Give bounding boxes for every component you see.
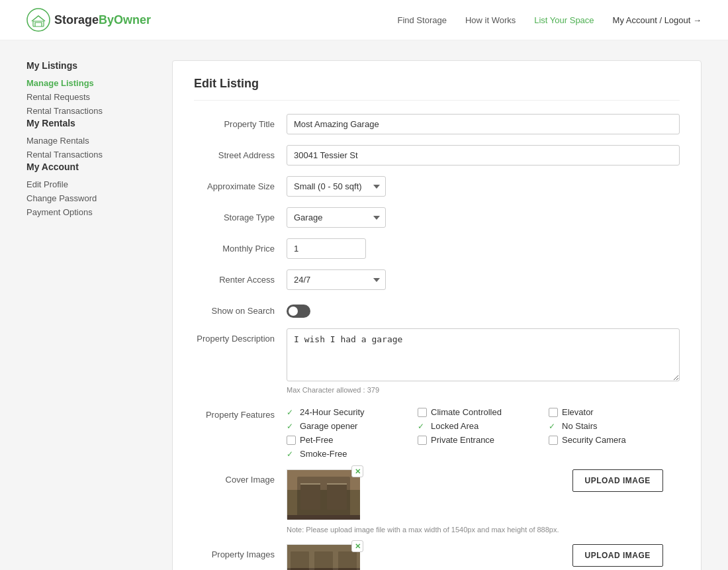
feature-check-locked-area: ✓ [418, 422, 427, 431]
svg-rect-6 [327, 483, 347, 510]
feature-checkbox-elevator[interactable] [549, 408, 558, 417]
property-features-wrap: ✓ 24-Hour Security Climate Controlled El… [287, 404, 680, 459]
logo: StorageByOwner [26, 8, 151, 32]
approx-size-wrap: Small (0 - 50 sqft) [287, 176, 680, 197]
property-images-thumb-area: ✕ Note: Please upload image file with a … [287, 544, 559, 570]
feature-checkbox-private-entrance[interactable] [418, 436, 427, 445]
street-address-wrap [287, 145, 680, 166]
cover-image-thumb-wrap: ✕ [287, 469, 359, 519]
feature-check-garage-opener: ✓ [287, 422, 296, 431]
sidebar-item-rental-transactions-listings[interactable]: Rental Transactions [26, 104, 146, 118]
property-title-wrap [287, 114, 680, 134]
feature-elevator: Elevator [549, 407, 680, 417]
sidebar-item-rental-requests[interactable]: Rental Requests [26, 90, 146, 104]
monthly-price-label: Monthly Price [194, 238, 287, 254]
feature-label-no-stairs: No Stairs [562, 421, 597, 431]
street-address-label: Street Address [194, 145, 287, 160]
cover-image-svg [287, 470, 360, 520]
main-content: Edit Listing Property Title Street Addre… [172, 60, 702, 570]
svg-rect-14 [338, 551, 357, 570]
cover-image-upload-button[interactable]: UPLOAD IMAGE [572, 469, 663, 492]
feature-check-smoke-free: ✓ [287, 450, 296, 459]
property-description-wrap: I wish I had a garage Max Character allo… [287, 328, 680, 394]
svg-rect-7 [300, 483, 320, 485]
cover-image-thumb [287, 469, 359, 519]
sidebar-section-title-listings: My Listings [26, 60, 146, 71]
property-images-label: Property Images [194, 544, 287, 559]
sidebar-section-account: My Account Edit Profile Change Password … [26, 162, 146, 219]
nav-list-space[interactable]: List Your Space [534, 15, 594, 25]
feature-private-entrance: Private Entrance [418, 435, 549, 445]
sidebar-item-payment-options[interactable]: Payment Options [26, 205, 146, 219]
nav-find-storage[interactable]: Find Storage [397, 15, 446, 25]
property-title-input[interactable] [287, 114, 680, 134]
feature-24hr-security: ✓ 24-Hour Security [287, 407, 418, 417]
monthly-price-row: Monthly Price [194, 238, 680, 259]
show-on-search-label: Show on Search [194, 301, 287, 316]
svg-rect-8 [327, 483, 347, 485]
renter-access-select[interactable]: 24/7 [287, 269, 386, 290]
property-image-thumb-wrap: ✕ [287, 544, 359, 570]
feature-label-smoke-free: Smoke-Free [300, 449, 347, 459]
storage-type-select[interactable]: Garage [287, 207, 386, 228]
feature-label-elevator: Elevator [562, 407, 594, 417]
svg-rect-9 [287, 515, 360, 520]
cover-image-label: Cover Image [194, 469, 287, 485]
property-images-upload-area: UPLOAD IMAGE [572, 544, 663, 567]
show-on-search-row: Show on Search [194, 301, 680, 318]
sidebar-item-edit-profile[interactable]: Edit Profile [26, 177, 146, 191]
sidebar: My Listings Manage Listings Rental Reque… [26, 60, 146, 570]
page-title: Edit Listing [194, 77, 680, 101]
property-images-upload-button[interactable]: UPLOAD IMAGE [572, 544, 663, 567]
sidebar-item-change-password[interactable]: Change Password [26, 191, 146, 205]
feature-garage-opener: ✓ Garage opener [287, 421, 418, 431]
sidebar-item-manage-rentals[interactable]: Manage Rentals [26, 134, 146, 148]
feature-check-no-stairs: ✓ [549, 422, 558, 431]
sidebar-section-title-account: My Account [26, 162, 146, 172]
property-images-section: ✕ Note: Please upload image file with a … [287, 544, 680, 570]
cover-image-section: ✕ Note: Please upload image file with a … [287, 469, 680, 534]
sidebar-section-listings: My Listings Manage Listings Rental Reque… [26, 60, 146, 118]
property-title-label: Property Title [194, 114, 287, 129]
cover-image-thumb-area: ✕ Note: Please upload image file with a … [287, 469, 559, 534]
monthly-price-input[interactable] [287, 238, 366, 259]
feature-label-pet-free: Pet-Free [300, 435, 334, 445]
approx-size-label: Approximate Size [194, 176, 287, 191]
main-nav: Find Storage How it Works List Your Spac… [397, 15, 702, 25]
show-on-search-wrap [287, 301, 680, 318]
cover-image-close-button[interactable]: ✕ [351, 465, 363, 477]
show-on-search-toggle[interactable] [287, 305, 310, 318]
feature-checkbox-climate-controlled[interactable] [418, 408, 427, 417]
sidebar-item-rental-transactions-rentals[interactable]: Rental Transactions [26, 148, 146, 162]
svg-rect-13 [314, 551, 333, 570]
char-limit-text: Max Character allowed : 379 [287, 386, 680, 394]
street-address-input[interactable] [287, 145, 680, 166]
features-grid: ✓ 24-Hour Security Climate Controlled El… [287, 404, 680, 459]
sidebar-section-title-rentals: My Rentals [26, 118, 146, 128]
feature-security-camera: Security Camera [549, 435, 680, 445]
property-description-textarea[interactable]: I wish I had a garage [287, 328, 680, 381]
page-layout: My Listings Manage Listings Rental Reque… [0, 40, 728, 570]
renter-access-label: Renter Access [194, 269, 287, 285]
feature-label-climate-controlled: Climate Controlled [431, 407, 502, 417]
property-image-close-button[interactable]: ✕ [351, 540, 363, 552]
property-description-row: Property Description I wish I had a gara… [194, 328, 680, 394]
property-description-label: Property Description [194, 328, 287, 344]
storage-type-row: Storage Type Garage [194, 207, 680, 228]
approx-size-select[interactable]: Small (0 - 50 sqft) [287, 176, 386, 197]
feature-checkbox-security-camera[interactable] [549, 436, 558, 445]
nav-how-it-works[interactable]: How it Works [465, 15, 516, 25]
property-features-row: Property Features ✓ 24-Hour Security Cli… [194, 404, 680, 459]
feature-checkbox-pet-free[interactable] [287, 436, 296, 445]
cover-image-note: Note: Please upload image file with a ma… [287, 526, 559, 534]
feature-check-24hr-security: ✓ [287, 408, 296, 417]
feature-climate-controlled: Climate Controlled [418, 407, 549, 417]
property-images-row: Property Images [194, 544, 680, 570]
nav-account[interactable]: My Account / Logout → [613, 15, 702, 25]
feature-label-security-camera: Security Camera [562, 435, 626, 445]
approx-size-row: Approximate Size Small (0 - 50 sqft) [194, 176, 680, 197]
feature-pet-free: Pet-Free [287, 435, 418, 445]
storage-type-label: Storage Type [194, 207, 287, 222]
sidebar-item-manage-listings[interactable]: Manage Listings [26, 76, 146, 90]
property-features-label: Property Features [194, 404, 287, 420]
